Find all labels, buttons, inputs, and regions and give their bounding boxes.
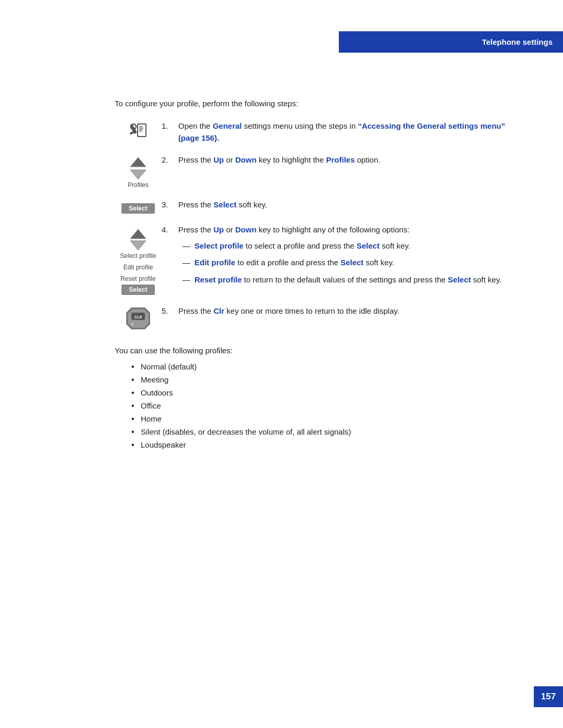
profiles-label: Profiles	[128, 181, 149, 189]
list-item: Home	[131, 414, 521, 423]
list-item: Normal (default)	[131, 362, 521, 371]
select-profile-label: Select profile	[120, 252, 156, 260]
svg-marker-12	[130, 241, 146, 250]
step4-icons: Select profile Edit profile Reset profil…	[120, 228, 156, 295]
sub-bullet-select-profile: — Select profile to select a profile and…	[182, 240, 521, 252]
list-item: Office	[131, 401, 521, 410]
svg-marker-11	[130, 229, 146, 239]
sub-bullet-select-profile-text: Select profile to select a profile and p…	[194, 240, 410, 252]
profiles-section: You can use the following profiles: Norm…	[115, 346, 521, 449]
step-4-row: Select profile Edit profile Reset profil…	[115, 224, 521, 295]
select-button-icon-step3: Select	[121, 203, 154, 214]
edit-profile-label: Edit profile	[124, 264, 153, 271]
step-4-number: 4.	[162, 224, 178, 234]
header-bar: Telephone settings	[339, 31, 563, 53]
step-2-icon-col: Profiles	[115, 154, 162, 189]
svg-marker-9	[130, 157, 146, 167]
step-1-text: Open the General settings menu using the…	[178, 120, 521, 144]
list-item: Loudspeaker	[131, 440, 521, 449]
up-arrow-icon	[128, 156, 149, 168]
sub-bullet-edit-profile: — Edit profile to edit a profile and pre…	[182, 257, 521, 269]
step-1-icon-col	[115, 120, 162, 141]
header-title: Telephone settings	[482, 38, 553, 46]
step-5-number: 5.	[162, 305, 178, 315]
step-2-number: 2.	[162, 154, 178, 164]
step-2-up-link: Up	[214, 155, 224, 164]
svg-rect-6	[139, 128, 143, 129]
step-3-row: Select 3. Press the Select soft key.	[115, 199, 521, 214]
down-arrow-icon	[128, 169, 149, 180]
step-4-up-link: Up	[214, 225, 224, 234]
step-3-text: Press the Select soft key.	[178, 199, 521, 211]
sub-bullet-edit-profile-text: Edit profile to edit a profile and press…	[194, 257, 394, 269]
step-5-clr-link: Clr	[214, 306, 225, 315]
list-item: Silent (disables, or decreases the volum…	[131, 427, 521, 436]
clr-key-icon: CLR	[126, 307, 150, 329]
step-2-row: Profiles 2. Press the Up or Down key to …	[115, 154, 521, 189]
step-4-icon-col: Select profile Edit profile Reset profil…	[115, 224, 162, 295]
svg-rect-7	[139, 129, 143, 130]
svg-marker-10	[130, 170, 146, 179]
sub-bullet-reset-profile: — Reset profile to return to the default…	[182, 274, 521, 286]
wrench-phone-icon	[127, 122, 150, 141]
step-4-down-link: Down	[235, 225, 256, 234]
step-1-number: 1.	[162, 120, 178, 130]
svg-rect-8	[139, 131, 142, 132]
step-1-general-link: General	[213, 121, 242, 130]
step-2-down-link: Down	[235, 155, 256, 164]
sub-bullet-reset-profile-text: Reset profile to return to the default v…	[194, 274, 501, 286]
step-3-select-link: Select	[214, 200, 237, 209]
steps-area: 1. Open the General settings menu using …	[115, 120, 521, 329]
select-button-icon-step4: Select	[121, 285, 154, 295]
list-item: Outdoors	[131, 388, 521, 397]
profiles-intro: You can use the following profiles:	[115, 346, 521, 355]
reset-profile-label: Reset profile	[120, 275, 155, 282]
page-number: 157	[534, 686, 563, 707]
step-4-text: Press the Up or Down key to highlight an…	[178, 224, 521, 291]
list-item: Meeting	[131, 375, 521, 384]
nav-arrows-icon-step2	[128, 156, 149, 180]
step4-up-arrow-icon	[128, 228, 149, 240]
intro-paragraph: To configure your profile, perform the f…	[115, 99, 521, 108]
svg-text:CLR: CLR	[134, 315, 142, 319]
svg-rect-5	[139, 126, 142, 127]
main-content: To configure your profile, perform the f…	[0, 99, 563, 449]
step-1-row: 1. Open the General settings menu using …	[115, 120, 521, 144]
step-5-text: Press the Clr key one or more times to r…	[178, 305, 521, 317]
step-3-number: 3.	[162, 199, 178, 209]
step-5-row: CLR 5. Press the Clr key one or more tim…	[115, 305, 521, 329]
step-2-text: Press the Up or Down key to highlight th…	[178, 154, 521, 166]
sub-bullets: — Select profile to select a profile and…	[182, 240, 521, 286]
profiles-list: Normal (default) Meeting Outdoors Office…	[131, 362, 521, 449]
step-5-icon-col: CLR	[115, 305, 162, 329]
step-3-icon-col: Select	[115, 199, 162, 214]
step4-down-arrow-icon	[128, 240, 149, 251]
step-2-profiles-link: Profiles	[326, 155, 354, 164]
page-container: Telephone settings To configure your pro…	[0, 0, 563, 728]
